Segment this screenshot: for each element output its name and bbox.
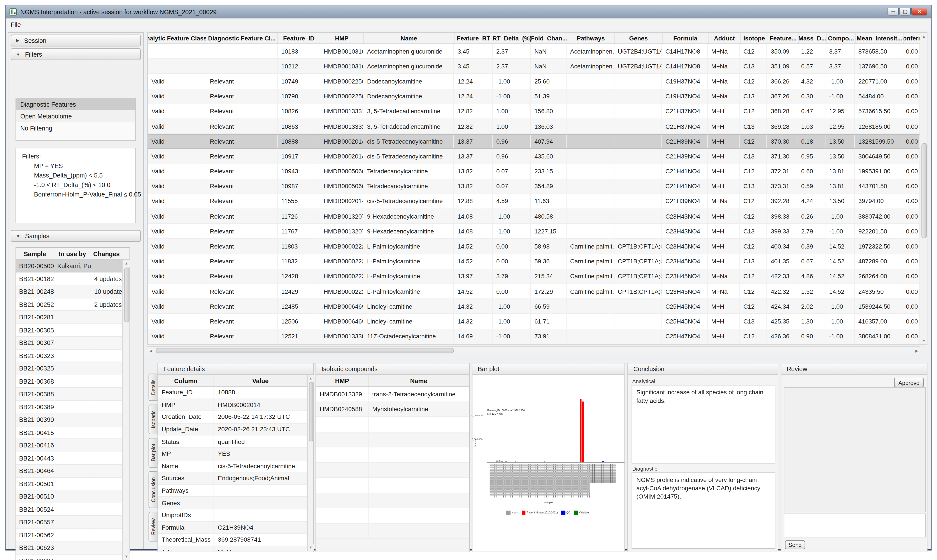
scroll-up-icon[interactable]: ▲ [920,33,928,40]
feature-table-vertical-scrollbar[interactable]: ▲ ▼ [920,33,927,344]
table-row[interactable]: ValidRelevant11767HMDB00132079-Hexadecen… [148,224,920,239]
feature-column-header[interactable]: HMP [320,33,364,43]
sample-row[interactable]: BB21-00323 [16,349,122,362]
sample-row[interactable]: BB21-00368 [16,375,122,388]
sample-row[interactable]: BB21-00501 [16,478,122,491]
feature-column-header[interactable]: Isotope [741,33,768,43]
sample-row[interactable]: BB21-00624 [16,554,122,560]
feature-column-header[interactable]: Diagnostic Feature Cl... [206,33,278,43]
isobaric-row[interactable] [316,432,469,448]
table-row[interactable]: 10212HMDB0010316Acetaminophen glucuronid… [148,59,920,74]
isobaric-row[interactable] [316,493,469,508]
tab-bar-plot[interactable]: Bar plot [148,438,157,468]
details-row[interactable]: UniprotIDs [158,509,307,522]
analytical-text-area[interactable]: Significant increase of all species of l… [631,385,775,464]
tab-isobaric[interactable]: Isobaric [148,405,157,434]
sidebar-section-session[interactable]: ▶ Session [11,35,141,46]
scroll-up-icon[interactable]: ▲ [123,260,130,267]
table-row[interactable]: ValidRelevant12429HMDB0000222L-Palmitoyl… [148,284,920,299]
feature-column-header[interactable]: RT_Delta_(%) [493,33,531,43]
details-row[interactable]: MPYES [158,448,307,460]
details-column-header[interactable]: Value [214,375,307,386]
table-row[interactable]: ValidRelevant12506HMDB0006469Linoleyl ca… [148,314,920,329]
tab-review[interactable]: Review [148,512,157,542]
sample-row[interactable]: BB21-00562 [16,529,122,542]
details-row[interactable]: Update_Date2020-02-26 21:23:43 UTC [158,423,307,435]
table-row[interactable]: ValidRelevant11832HMDB0000222L-Palmitoyl… [148,254,920,269]
table-row[interactable]: ValidRelevant10826HMDB00133313, 5-Tetrad… [148,104,920,119]
sample-row[interactable]: BB21-0024810 updates [16,285,122,298]
isobaric-column-header[interactable]: Name [369,375,469,386]
feature-table-hscroll-thumb[interactable] [156,348,454,353]
samples-column-header[interactable]: Sample [16,248,54,259]
feature-column-header[interactable]: Feature_ID [278,33,320,43]
samples-column-header[interactable]: Changes [91,248,122,259]
sample-row[interactable]: BB21-00281 [16,311,122,324]
sample-row[interactable]: BB21-00415 [16,426,122,439]
feature-column-header[interactable]: Pathways [567,33,615,43]
sample-row[interactable]: BB20-00500Kulkarni, Pu... [16,260,122,272]
table-row[interactable]: ValidRelevant10888HMDB0002014cis-5-Tetra… [148,134,920,149]
diagnostic-text-area[interactable]: NGMS profile is indicative of very long-… [631,472,775,549]
scroll-down-icon[interactable]: ▼ [308,544,313,551]
feature-column-header[interactable]: Genes [615,33,662,43]
sample-row[interactable]: BB21-001824 updates [16,272,122,285]
sample-row[interactable]: BB21-00443 [16,452,122,465]
maximize-button[interactable]: ▢ [899,8,911,15]
table-row[interactable]: ValidRelevant12428HMDB0000222L-Palmitoyl… [148,269,920,284]
details-column-header[interactable]: Column [158,375,214,386]
table-row[interactable]: ValidRelevant10917HMDB0002014cis-5-Tetra… [148,149,920,164]
feature-column-header[interactable]: Feature... [768,33,799,43]
feature-column-header[interactable]: Name [364,33,454,43]
feature-column-header[interactable]: Compo... [827,33,856,43]
details-row[interactable]: Statusquantified [158,435,307,448]
table-row[interactable]: ValidRelevant10749HMDB0002250Dodecanoylc… [148,74,920,89]
details-row[interactable]: Creation_Date2006-05-22 14:17:32 UTC [158,411,307,423]
table-row[interactable]: 10183HMDB0010316Acetaminophen glucuronid… [148,44,920,59]
send-button[interactable]: Send [785,540,805,549]
sample-row[interactable]: BB21-00464 [16,465,122,478]
feature-column-header[interactable]: Mean_Intensit... [856,33,903,43]
table-row[interactable]: ValidRelevant11555HMDB0002014cis-5-Tetra… [148,194,920,209]
scroll-down-icon[interactable]: ▼ [920,337,928,345]
table-row[interactable]: ValidRelevant10987HMDB0005066Tetradecano… [148,179,920,194]
sample-row[interactable]: BB21-00388 [16,388,122,401]
table-row[interactable]: ValidRelevant10790HMDB0002250Dodecanoylc… [148,89,920,104]
scroll-up-icon[interactable]: ▲ [308,375,313,382]
table-row[interactable]: ValidRelevant11803HMDB0000222L-Palmitoyl… [148,239,920,254]
details-row[interactable]: Genes [158,497,307,509]
tab-conclusion[interactable]: Conclusion [148,471,157,508]
feature-table-horizontal-scrollbar[interactable]: ◀ ▶ [147,346,920,354]
isobaric-row[interactable] [316,417,469,432]
sample-row[interactable]: BB21-002522 updates [16,298,122,311]
filter-option[interactable]: No Filtering [16,122,136,134]
isobaric-row[interactable]: HMDB0240588Myristoleoylcarnitine [316,402,469,417]
isobaric-row[interactable]: HMDB0013329trans-2-Tetradecenoylcarnitin… [316,387,469,402]
filter-option[interactable]: Diagnostic Features [16,98,136,111]
tab-details[interactable]: Details [148,374,157,401]
sample-row[interactable]: BB21-00307 [16,337,122,349]
isobaric-row[interactable] [316,448,469,463]
samples-column-header[interactable]: In use by [54,248,91,259]
sample-row[interactable]: BB21-00510 [16,490,122,503]
feature-column-header[interactable]: Bonferr... [903,33,921,43]
sample-row[interactable]: BB21-00389 [16,401,122,414]
feature-column-header[interactable]: Fold_Chan... [531,33,567,43]
sample-row[interactable]: BB21-00390 [16,414,122,426]
details-row[interactable]: Theoretical_Mass369.287908741 [158,534,307,546]
details-row[interactable]: AdductM+H [158,546,307,551]
details-vertical-scrollbar[interactable]: ▲ ▼ [307,375,313,551]
scroll-right-icon[interactable]: ▶ [913,347,920,354]
table-row[interactable]: ValidRelevant10863HMDB00133313, 5-Tetrad… [148,119,920,134]
isobaric-row[interactable] [316,463,469,478]
scroll-left-icon[interactable]: ◀ [147,347,154,354]
details-row[interactable]: SourcesEndogenous;Food;Animal [158,472,307,485]
isobaric-column-header[interactable]: HMP [316,375,369,386]
feature-column-header[interactable]: Adduct [709,33,741,43]
samples-vertical-scrollbar[interactable]: ▲ ▼ [122,260,130,560]
table-row[interactable]: ValidRelevant12521HMDB001333811Z-Octadec… [148,329,920,344]
feature-table-scroll-thumb[interactable] [921,143,927,238]
title-bar[interactable]: NGMS Interpretation - active session for… [6,5,931,18]
isobaric-row[interactable] [316,508,469,523]
feature-column-header[interactable]: Feature_RT [454,33,493,43]
